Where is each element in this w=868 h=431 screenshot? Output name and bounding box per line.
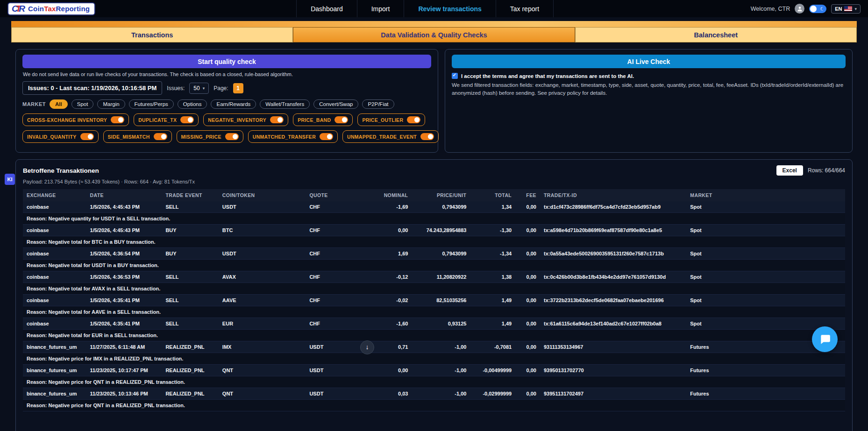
check-label: PRICE_BAND — [298, 117, 331, 123]
market-pill[interactable]: Futures/Perps — [129, 99, 174, 109]
toggle-on-switch[interactable] — [320, 133, 333, 140]
ai-privacy-text: We send filtered transaction fields: exc… — [452, 81, 846, 98]
nav-item-label: Tax report — [510, 5, 539, 13]
tab[interactable]: Data Validation & Quality Checks — [293, 27, 575, 42]
market-pill[interactable]: All — [50, 99, 68, 109]
issues-per-page-select[interactable]: 50 ▾ — [189, 83, 209, 94]
tab[interactable]: Transactions — [11, 27, 293, 42]
start-quality-check-button[interactable]: Start quality check — [22, 55, 431, 68]
column-header: EXCHANGE — [23, 189, 86, 201]
tab[interactable]: Balancesheet — [575, 27, 857, 42]
transaction-row: coinbase 1/5/2026, 4:36:54 PM BUY USDT C… — [23, 248, 845, 260]
toggle-on-switch[interactable] — [180, 116, 194, 123]
brand-logo[interactable]: CTR CoinTaxReporting — [7, 2, 95, 15]
ai-consent-checkbox[interactable] — [452, 73, 458, 79]
toggle-on-switch[interactable] — [154, 133, 167, 140]
cell-quote: USDT — [306, 365, 355, 376]
cell-total: 1,49 — [470, 295, 515, 306]
reason-text: Reason: Negative total for USDT in a BUY… — [23, 260, 845, 271]
transaction-row: coinbase 1/5/2026, 4:35:41 PM SELL EUR C… — [23, 318, 845, 330]
market-pill[interactable]: Wallet/Transfers — [260, 99, 310, 109]
ai-live-check-button[interactable]: AI Live Check — [452, 55, 846, 68]
nav-item[interactable]: Review transactions — [404, 0, 495, 17]
reason-text: Reason: Negative total for EUR in a SELL… — [23, 330, 845, 341]
toggle-knob — [428, 134, 433, 139]
main-nav: DashboardImportReview transactionsTax re… — [296, 0, 554, 17]
toggle-on-switch[interactable] — [334, 116, 348, 123]
market-pill[interactable]: Options — [178, 99, 207, 109]
scroll-down-button[interactable]: ↓ — [360, 340, 374, 354]
check-toggle-chip[interactable]: MISSING_PRICE — [177, 130, 243, 143]
brand-logo-mark: CTR — [12, 4, 23, 14]
nav-item[interactable]: Tax report — [496, 0, 554, 17]
avatar[interactable] — [795, 4, 804, 14]
market-pill-label: All — [55, 101, 62, 107]
toggle-on-switch[interactable] — [270, 116, 284, 123]
market-pill-label: Wallet/Transfers — [265, 101, 304, 107]
affected-transactions-card: Betroffene Transaktionen Excel Rows: 664… — [15, 159, 853, 431]
arrow-down-icon: ↓ — [366, 343, 369, 351]
theme-toggle[interactable]: ☾ — [809, 5, 826, 13]
transactions-table: EXCHANGEDATETRADE EVENTCOIN/TOKENQUOTENO… — [23, 189, 845, 411]
column-header: COIN/TOKEN — [219, 189, 306, 201]
cell-txid: tx:0c426b00d3b8e1fb434b4e2dd97e761057d91… — [540, 271, 686, 283]
main-content: Start quality check We do not send live … — [0, 42, 868, 431]
market-pill-label: Margin — [103, 101, 119, 107]
check-toggle-chip[interactable]: UNMAPPED_TRADE_EVENT — [342, 130, 439, 143]
cell-trade-event: REALIZED_PNL — [162, 341, 218, 353]
market-pill[interactable]: P2P/Fiat — [362, 99, 394, 109]
market-pill[interactable]: Earn/Rewards — [211, 99, 256, 109]
excel-export-button[interactable]: Excel — [776, 165, 803, 176]
page-number-button[interactable]: 1 — [233, 83, 243, 93]
user-icon — [797, 6, 803, 12]
check-toggle-chip[interactable]: DUPLICATE_TX — [134, 113, 199, 126]
issues-per-page-value: 50 — [193, 85, 199, 92]
reason-row: Reason: Negative price for QNT in a REAL… — [23, 376, 845, 388]
toggle-on-switch[interactable] — [420, 133, 434, 140]
toggle-on-switch[interactable] — [80, 133, 94, 140]
table-header-row: EXCHANGEDATETRADE EVENTCOIN/TOKENQUOTENO… — [23, 189, 845, 201]
cell-txid: tx:a598e4d71b20b869f69eaf87587df90e80c1a… — [540, 225, 686, 236]
cell-market: Spot — [686, 248, 845, 260]
column-header: MARKET — [686, 189, 845, 201]
toggle-on-switch[interactable] — [225, 133, 239, 140]
check-toggle-chip[interactable]: PRICE_BAND — [293, 113, 353, 126]
market-pill[interactable]: Margin — [97, 99, 125, 109]
flag-icon — [844, 6, 852, 11]
quality-check-panel: Start quality check We do not send live … — [15, 49, 438, 153]
reason-row: Reason: Negative total for AAVE in a SEL… — [23, 306, 845, 318]
column-header: NOMINAL — [355, 189, 412, 201]
toggle-on-switch[interactable] — [111, 116, 124, 123]
nav-item[interactable]: Dashboard — [296, 0, 357, 17]
toggle-knob — [810, 6, 817, 12]
chat-bubble-button[interactable] — [812, 326, 838, 352]
check-toggle-chip[interactable]: NEGATIVE_INVENTORY — [203, 113, 288, 126]
reason-text: Reason: Negative total for AVAX in a SEL… — [23, 283, 845, 295]
ki-assistant-button[interactable]: KI — [5, 174, 15, 185]
ai-live-check-panel: AI Live Check I accept the terms and agr… — [445, 49, 853, 153]
market-pill[interactable]: Convert/Swap — [313, 99, 358, 109]
check-toggle-chip[interactable]: INVALID_QUANTITY — [22, 130, 99, 143]
check-toggle-chip[interactable]: UNMATCHED_TRANSFER — [248, 130, 338, 143]
check-label: UNMATCHED_TRANSFER — [253, 134, 316, 140]
check-toggle-chip[interactable]: CROSS-EXCHANGE INVENTORY — [22, 113, 129, 126]
check-toggle-chip[interactable]: PRICE_OUTLIER — [357, 113, 425, 126]
toggle-on-switch[interactable] — [407, 116, 420, 123]
cell-total: -1,30 — [470, 225, 515, 236]
cell-txid: tx:61a6115c6a94de13ef140ad2c67e1027ff02b… — [540, 318, 686, 330]
cell-total: 1,49 — [470, 318, 515, 330]
language-selector[interactable]: EN ▾ — [831, 4, 861, 14]
toggle-knob — [161, 134, 166, 139]
rows-info: Rows: 664/664 — [808, 167, 845, 174]
nav-item[interactable]: Import — [357, 0, 404, 17]
cell-market: Spot — [686, 225, 845, 236]
cell-txid: 93951131702497 — [540, 388, 686, 400]
cell-trade-event: SELL — [162, 295, 218, 306]
cell-nominal: -0,12 — [355, 271, 412, 283]
cell-total: -0,7081 — [470, 341, 515, 353]
transaction-row: coinbase 1/5/2026, 4:35:41 PM SELL AAVE … — [23, 295, 845, 306]
cell-trade-event: BUY — [162, 225, 218, 236]
cell-market: Futures — [686, 388, 845, 400]
market-pill[interactable]: Spot — [71, 99, 94, 109]
check-toggle-chip[interactable]: SIDE_MISMATCH — [103, 130, 172, 143]
